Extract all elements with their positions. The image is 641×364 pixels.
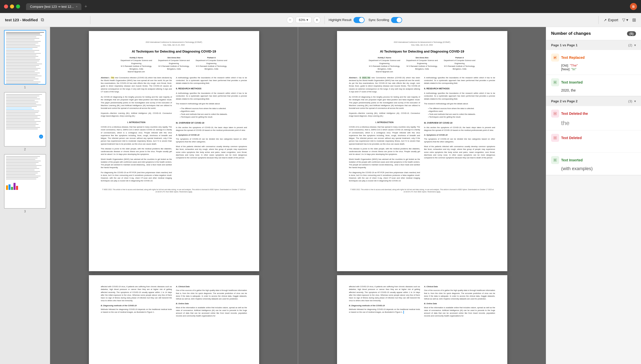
original-copyright: © IEEE 2022. This article is free to acc… [101, 188, 247, 193]
original-panel[interactable]: 2022 International Conference for Advanc… [50, 27, 298, 364]
page-group-1-count: (2) ▾ [628, 43, 636, 47]
divider-2 [325, 16, 325, 24]
cursor-indicator [403, 311, 404, 314]
right-panel-title: Number of changes [551, 31, 591, 36]
original-doc-title: AI Techniques for Detecting and Diagnosi… [101, 49, 247, 54]
sync-scrolling-toggle[interactable] [391, 17, 402, 23]
thumb-img-3 [4, 154, 46, 209]
thumb-page-1-num: 1 [24, 86, 26, 89]
chevron-icon-2: ▾ [634, 99, 636, 103]
change-detail-new: [New]: "In" [561, 67, 636, 71]
zoom-dropdown-icon: ▾ [306, 18, 308, 22]
divider-3 [598, 16, 599, 24]
svg-text:+: + [554, 81, 556, 84]
change-label-replaced: Text Replaced [561, 56, 585, 60]
page-group-1-header[interactable]: Page 1 vs Page 1 (2) ▾ [546, 40, 641, 50]
inserted-icon-2: + [551, 156, 559, 164]
right-panel-header: Number of changes (5) [546, 27, 641, 40]
filter-icon: ▽ [622, 18, 625, 22]
page-group-1: Page 1 vs Page 1 (2) ▾ ⇄ Text Replaced [… [546, 40, 641, 96]
change-item-inserted-1: + Text Inserted 2020, the [546, 75, 641, 96]
thumb-img-2: J [4, 92, 46, 147]
change-item-inserted-1-header: + Text Inserted [551, 78, 636, 86]
thumb-page-3[interactable]: 3 [2, 154, 48, 213]
original-two-col: Abstract— The new Coronavirus infection … [101, 76, 247, 184]
thumb-page-2[interactable]: J 2 [2, 92, 48, 151]
change-detail-old: [Old]: "The" [561, 64, 636, 67]
change-item-deleted-the-header: − Text Deleted the [551, 110, 636, 118]
annotation-marker: J [39, 135, 43, 139]
sync-scrolling-toggle-group: Sync Scrolling [369, 17, 402, 23]
zoom-value[interactable]: 63% ▾ [296, 17, 311, 23]
filter-button[interactable]: ▽ ▾ [622, 18, 628, 22]
toolbar-center: − 63% ▾ + Highlight Result Sync Scrollin… [95, 16, 593, 24]
filter-dropdown-icon: ▾ [626, 18, 628, 22]
modified-panel[interactable]: 2022 International Conference for Advanc… [298, 27, 546, 364]
page-group-2-count: (3) ▾ [628, 99, 636, 103]
main-layout: 1 [0, 27, 641, 364]
svg-text:−: − [554, 112, 556, 115]
layers-icon[interactable]: ⧉ [41, 17, 44, 23]
page-group-2-title: Page 2 vs Page 2 [551, 99, 578, 103]
zoom-in-button[interactable]: + [313, 17, 320, 24]
highlight-result-label: Highlight Result [329, 18, 352, 22]
change-item-replaced: ⇄ Text Replaced [Old]: "The" [New]: "In" [546, 50, 641, 75]
highlight-result-toggle-group: Highlight Result [329, 17, 365, 23]
change-text-inserted-2: (with examples) [561, 166, 636, 171]
change-label-inserted-1: Text Inserted [561, 80, 583, 84]
change-item-deleted-the: − Text Deleted the the [546, 106, 641, 130]
thumb-page-1[interactable]: 1 [2, 30, 48, 89]
change-label-inserted-2: Text Inserted [561, 158, 583, 162]
close-button[interactable] [4, 5, 8, 9]
file-title: test 123 - Modified [5, 18, 38, 22]
thumb-page-2-num: 2 [24, 148, 26, 151]
tab-label: Compare [test 123 ⇒ test 12... [30, 5, 74, 9]
change-text-deleted [561, 144, 636, 149]
original-conference: 2022 International Conference for Advanc… [101, 41, 247, 46]
svg-text:+: + [554, 158, 556, 162]
right-panel: Number of changes (5) Page 1 vs Page 1 (… [546, 27, 641, 364]
change-item-inserted-2: + Text Inserted (with examples) [546, 153, 641, 175]
compare-area: 2022 International Conference for Advanc… [50, 27, 546, 364]
modified-two-col: Abstract— In 2020, the new Coronavirus i… [349, 76, 495, 184]
traffic-lights [4, 5, 20, 9]
export-button[interactable]: ↗ Export [604, 18, 618, 22]
original-page-2: affected with COVID-19 virus, if patient… [89, 275, 259, 364]
change-item-replaced-header: ⇄ Text Replaced [551, 54, 636, 62]
chart-placeholder [6, 182, 44, 190]
tab-bar: Compare [test 123 ⇒ test 12... × + [26, 3, 627, 10]
change-item-deleted: − Text Deleted [546, 130, 641, 153]
highlight-result-toggle[interactable] [354, 17, 365, 23]
sidebar: 1 [0, 27, 50, 364]
modified-copyright: © IEEE 2022. This article is free to acc… [349, 188, 495, 193]
toolbar-right: ↗ Export ▽ ▾ ⊞ [604, 17, 636, 23]
panel-toggle-button[interactable]: ⊞ [632, 17, 636, 23]
minimize-button[interactable] [10, 5, 14, 9]
modified-page-1: 2022 International Conference for Advanc… [337, 31, 507, 271]
toolbar-left: test 123 - Modified ⧉ [5, 17, 85, 23]
tab-close-icon[interactable]: × [76, 5, 77, 8]
sync-scrolling-label: Sync Scrolling [369, 18, 389, 22]
divider-1 [90, 16, 90, 24]
change-item-inserted-2-header: + Text Inserted [551, 156, 636, 164]
page-group-1-title: Page 1 vs Page 1 [551, 43, 578, 47]
change-item-deleted-header: − Text Deleted [551, 134, 636, 142]
modified-authors: Kshitij C Karns Department of Computer S… [349, 56, 495, 73]
original-page2-content: affected with COVID-19 virus, if patient… [101, 285, 247, 319]
toolbar: test 123 - Modified ⧉ − 63% ▾ + Highligh… [0, 13, 641, 27]
modified-page-2: affected with COVID-19 virus, if patient… [337, 275, 507, 364]
modified-conference: 2022 International Conference for Advanc… [349, 41, 495, 46]
new-tab-button[interactable]: + [82, 3, 89, 10]
zoom-controls: − 63% ▾ + [287, 17, 320, 24]
inserted-icon-1: + [551, 78, 559, 86]
original-authors: Kshitij C Karns Department of Computer S… [101, 56, 247, 73]
page-group-2-header[interactable]: Page 2 vs Page 2 (3) ▾ [546, 96, 641, 106]
maximize-button[interactable] [16, 5, 20, 9]
modified-keywords: Keywords—Machine Learning (ML), Artifici… [349, 112, 420, 117]
change-text-deleted-the: the [561, 120, 636, 127]
original-keywords: Keywords—Machine Learning (ML), Artifici… [101, 112, 172, 117]
active-tab[interactable]: Compare [test 123 ⇒ test 12... × [26, 3, 81, 10]
changes-badge: (5) [627, 31, 636, 36]
svg-text:⇄: ⇄ [554, 56, 556, 59]
zoom-out-button[interactable]: − [287, 17, 294, 24]
